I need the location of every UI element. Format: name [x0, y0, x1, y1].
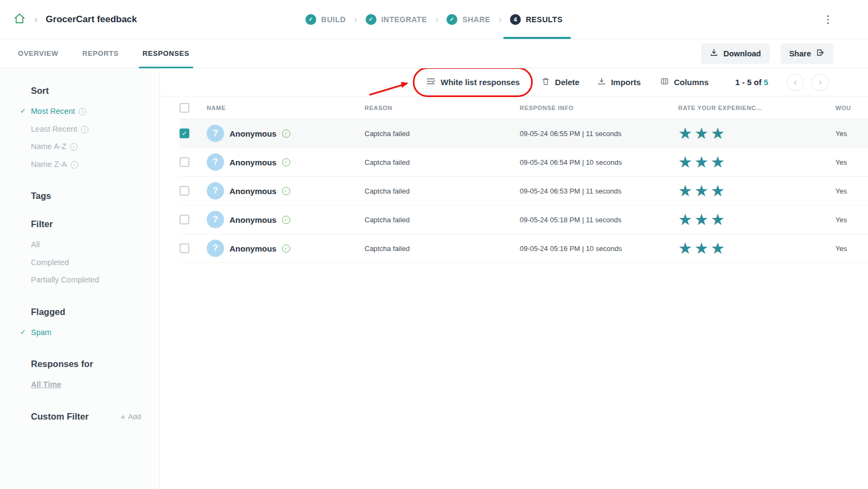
star-rating: ★★★: [678, 126, 835, 141]
filter-partially-completed[interactable]: Partially Completed: [31, 271, 141, 289]
step-integrate[interactable]: ✓ INTEGRATE: [366, 0, 427, 38]
flagged-spam[interactable]: ✓Spam: [31, 324, 141, 342]
select-all-checkbox[interactable]: [180, 103, 189, 113]
sort-most-recent[interactable]: ✓Most Recent: [31, 102, 141, 120]
tab-responses[interactable]: RESPONSES: [141, 39, 191, 68]
whitelist-icon: [426, 76, 436, 88]
respondent-name: Anonymous: [229, 244, 277, 253]
respondent-name: Anonymous: [229, 215, 277, 224]
wou-cell: Yes: [835, 244, 868, 253]
trash-icon: [541, 77, 550, 87]
tab-overview[interactable]: OVERVIEW: [16, 39, 60, 68]
responses-for-section: Responses for All Time: [31, 359, 141, 394]
download-icon: [710, 48, 718, 59]
tab-bar: OVERVIEW REPORTS RESPONSES Download Shar…: [0, 39, 868, 68]
home-button[interactable]: [13, 12, 26, 27]
step-label: RESULTS: [526, 15, 563, 24]
home-icon: [13, 12, 26, 27]
reason-cell: Captcha failed: [365, 187, 520, 195]
responses-main: White list responses Delete Imports: [160, 68, 868, 489]
download-label: Download: [723, 49, 761, 58]
respondent-name: Anonymous: [229, 186, 277, 196]
chevron-right-icon: ›: [354, 14, 357, 24]
add-custom-filter-button[interactable]: + Add: [120, 413, 141, 421]
responses-for-heading: Responses for: [31, 359, 141, 369]
tags-heading: Tags: [31, 191, 141, 201]
info-icon[interactable]: [81, 126, 88, 133]
step-build[interactable]: ✓ BUILD: [305, 0, 346, 38]
star-rating: ★★★: [678, 241, 835, 256]
anonymous-avatar: ?: [207, 211, 224, 228]
sort-option-label: Name Z-A: [31, 160, 67, 169]
share-icon: [816, 48, 825, 59]
check-circle-icon: ✓: [305, 14, 316, 25]
sort-option-label: Most Recent: [31, 107, 75, 115]
filter-option-label: Partially Completed: [31, 275, 99, 284]
content: Sort ✓Most Recent ✓Least Recent ✓Name A-…: [0, 68, 868, 489]
sort-heading: Sort: [31, 86, 141, 96]
sort-name-az[interactable]: ✓Name A-Z: [31, 138, 141, 156]
table-row[interactable]: ? Anonymous Captcha failed 09-05-24 06:5…: [180, 119, 868, 148]
step-results[interactable]: 4 RESULTS: [510, 0, 563, 38]
imports-button[interactable]: Imports: [595, 74, 643, 91]
reason-cell: Captcha failed: [365, 130, 520, 138]
col-name: NAME: [207, 105, 365, 111]
checkmark-icon: ✓: [20, 324, 26, 342]
delete-button[interactable]: Delete: [539, 74, 582, 91]
info-icon[interactable]: [71, 161, 78, 169]
share-button[interactable]: Share: [781, 43, 833, 64]
whitelist-wrap: White list responses: [418, 71, 527, 93]
verified-icon: [282, 158, 290, 166]
tabs: OVERVIEW REPORTS RESPONSES: [16, 39, 191, 68]
filter-completed[interactable]: Completed: [31, 254, 141, 272]
filter-option-label: Completed: [31, 258, 69, 267]
download-button[interactable]: Download: [701, 43, 769, 64]
pagination-total: 5: [764, 78, 768, 87]
results-badge: 4: [510, 14, 521, 25]
verified-icon: [282, 216, 290, 224]
tags-section: Tags: [31, 191, 141, 201]
wou-cell: Yes: [835, 158, 868, 166]
sort-name-za[interactable]: ✓Name Z-A: [31, 156, 141, 173]
responses-table: NAME REASON RESPONSE INFO RATE YOUR EXPE…: [180, 96, 868, 263]
table-row[interactable]: ? Anonymous Captcha failed 09-05-24 06:5…: [180, 148, 868, 177]
step-share[interactable]: ✓ SHARE: [446, 0, 490, 38]
anonymous-avatar: ?: [207, 182, 224, 200]
step-label: BUILD: [321, 15, 346, 24]
previous-page-button[interactable]: ‹: [787, 74, 804, 91]
col-reason: REASON: [365, 105, 520, 111]
response-info-cell: 09-05-24 06:55 PM | 11 seconds: [520, 130, 678, 138]
red-annotation-arrow: [368, 80, 415, 97]
tab-reports[interactable]: REPORTS: [81, 39, 120, 68]
info-icon[interactable]: [79, 108, 86, 115]
row-checkbox[interactable]: [180, 157, 189, 167]
checkmark-icon: ✓: [20, 102, 26, 120]
star-rating: ★★★: [678, 212, 835, 228]
step-label: SHARE: [462, 15, 490, 24]
table-row[interactable]: ? Anonymous Captcha failed 09-05-24 06:5…: [180, 177, 868, 205]
whitelist-responses-button[interactable]: White list responses: [418, 71, 527, 93]
row-checkbox[interactable]: [180, 243, 189, 253]
verified-icon: [282, 130, 290, 138]
table-row[interactable]: ? Anonymous Captcha failed 09-05-24 05:1…: [180, 234, 868, 263]
info-icon[interactable]: [70, 143, 78, 151]
all-time-link[interactable]: All Time: [31, 376, 141, 394]
columns-button[interactable]: Columns: [658, 74, 711, 91]
next-page-button[interactable]: ›: [812, 74, 829, 91]
anonymous-avatar: ?: [207, 240, 224, 257]
verified-icon: [282, 244, 290, 253]
row-checkbox[interactable]: [180, 186, 189, 196]
row-checkbox[interactable]: [180, 128, 189, 138]
row-checkbox[interactable]: [180, 215, 189, 224]
table-row[interactable]: ? Anonymous Captcha failed 09-05-24 05:1…: [180, 205, 868, 234]
flagged-section: Flagged ✓Spam: [31, 307, 141, 342]
kebab-menu-icon[interactable]: ⋮: [820, 12, 837, 27]
sort-least-recent[interactable]: ✓Least Recent: [31, 120, 141, 138]
sort-section: Sort ✓Most Recent ✓Least Recent ✓Name A-…: [31, 86, 141, 173]
filter-all[interactable]: All: [31, 236, 141, 254]
col-response-info: RESPONSE INFO: [520, 105, 678, 111]
table-header-row: NAME REASON RESPONSE INFO RATE YOUR EXPE…: [180, 96, 868, 119]
response-info-cell: 09-05-24 05:16 PM | 10 seconds: [520, 244, 678, 253]
chevron-right-icon: ›: [435, 14, 438, 24]
reason-cell: Captcha failed: [365, 216, 520, 224]
